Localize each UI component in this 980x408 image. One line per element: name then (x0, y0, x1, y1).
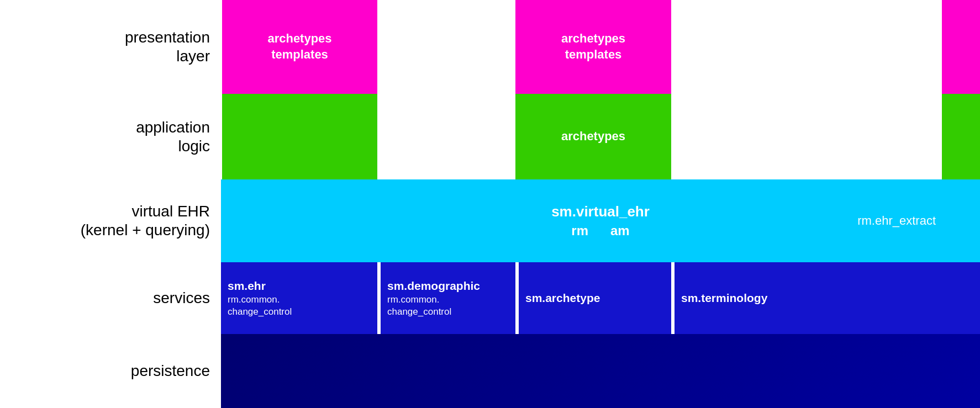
service-terminology: sm.terminology (675, 262, 980, 334)
virtual-ehr-sub-row: rm am (571, 223, 629, 239)
presentation-block-2: archetypes templates (515, 0, 671, 94)
label-application: application logic (0, 94, 221, 179)
virtual-ehr-rm: rm (571, 223, 588, 239)
application-block-1 (222, 94, 377, 179)
virtual-ehr-extract: rm.ehr_extract (857, 214, 936, 228)
persistence-row (221, 334, 980, 408)
diagram-container: presentation layer application logic vir… (0, 0, 980, 408)
application-block-3 (942, 94, 980, 179)
pres-app-layers: archetypes templates archetypes template… (221, 0, 980, 179)
virtual-ehr-row: sm.virtual_ehr rm am rm.ehr_extract (221, 179, 980, 262)
labels-column: presentation layer application logic vir… (0, 0, 221, 408)
services-row: sm.ehr rm.common. change_control sm.demo… (221, 262, 980, 334)
label-presentation: presentation layer (0, 0, 221, 94)
label-persistence: persistence (0, 334, 221, 408)
presentation-block-3 (942, 0, 980, 94)
presentation-block-1: archetypes templates (222, 0, 377, 94)
virtual-ehr-am: am (610, 223, 630, 239)
service-archetype: sm.archetype (519, 262, 671, 334)
content-column: archetypes templates archetypes template… (221, 0, 980, 408)
service-demographic: sm.demographic rm.common. change_control (381, 262, 515, 334)
service-ehr: sm.ehr rm.common. change_control (221, 262, 377, 334)
application-block-2: archetypes (515, 94, 671, 179)
label-virtual-ehr: virtual EHR (kernel + querying) (0, 179, 221, 262)
virtual-ehr-main-text: sm.virtual_ehr (551, 203, 650, 220)
label-services: services (0, 262, 221, 334)
